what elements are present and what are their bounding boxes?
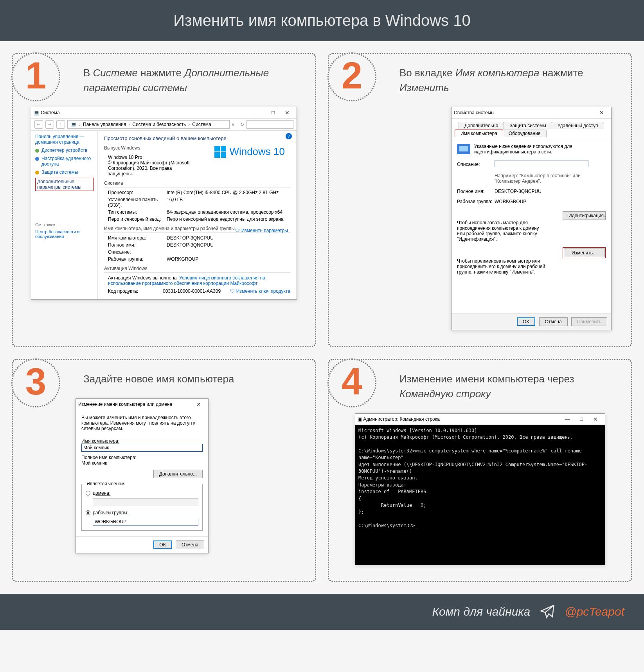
sidebar-item[interactable]: Диспетчер устройств (35, 148, 94, 153)
step-3-panel: 3 Задайте новое имя компьютера Изменение… (12, 359, 316, 582)
help-icon[interactable]: ? (286, 133, 292, 139)
section-heading: Просмотр основных сведений о вашем компь… (104, 135, 290, 141)
breadcrumb-bar: ← → ↑ 💻 › Панель управления› Система и б… (31, 119, 297, 131)
tab-computer-name[interactable]: Имя компьютера (455, 130, 503, 137)
description-hint: Например: "Компьютер в гостиной" или "Ко… (495, 173, 606, 184)
minimize-button[interactable]: — (560, 415, 574, 423)
close-button[interactable]: ✕ (588, 415, 603, 423)
step-4-panel: 4 Изменение имени компьютера через Коман… (328, 359, 632, 582)
cancel-button[interactable]: Отмена (176, 540, 204, 549)
change-button-highlight: Изменить... (563, 247, 606, 258)
window-icon: 💻 (34, 110, 40, 115)
telegram-icon (539, 603, 556, 620)
domain-input (93, 498, 198, 506)
section-heading: Система (104, 180, 290, 187)
see-also-label: См. также (35, 222, 94, 227)
dialog-title: Изменение имени компьютера или домена (78, 402, 172, 407)
step-number-badge: 2 (327, 52, 376, 101)
close-button[interactable]: ✕ (595, 108, 609, 117)
telegram-handle[interactable]: @pcTeapot (565, 605, 624, 618)
step-1-panel: 1 В Системе нажмите Дополни­тельные пара… (12, 53, 316, 347)
maximize-button[interactable]: □ (266, 108, 280, 117)
computer-icon (457, 144, 470, 154)
maximize-button[interactable]: □ (574, 415, 588, 423)
wizard-text: Чтобы использовать мастер для присоедине… (457, 220, 547, 242)
search-input[interactable] (246, 120, 293, 129)
tab-hardware[interactable]: Оборудование (503, 130, 547, 137)
rename-dialog: Изменение имени компьютера или домена ✕ … (76, 398, 209, 553)
computer-name-label: Имя компьютера: (81, 438, 203, 444)
minimize-button[interactable]: — (252, 108, 266, 117)
step-2-caption: Во вкладке Имя компьютера нажмите Измени… (399, 66, 619, 95)
intro-text: Вы можете изменить имя и принадлежность … (81, 415, 203, 431)
window-title: Администратор: Командная строка (363, 416, 440, 422)
command-prompt-window: ▣ Администратор: Командная строка — □ ✕ … (355, 413, 605, 565)
member-of-label: Является членом (85, 481, 126, 486)
workgroup-input[interactable]: WORKGROUP (93, 518, 198, 526)
security-center-link[interactable]: Центр безопасности и обслуживания (35, 229, 94, 239)
tab-remote[interactable]: Удаленный доступ (552, 122, 604, 129)
ok-button[interactable]: OK (517, 317, 535, 326)
full-name-label: Полное имя компьютера: (81, 455, 203, 460)
identification-button[interactable]: Идентификация... (563, 211, 606, 220)
step-3-caption: Задайте новое имя компьютера (83, 372, 303, 387)
cmd-icon: ▣ (358, 416, 362, 422)
sidebar-advanced-settings-link[interactable]: Дополнительные параметры системы (35, 178, 94, 191)
step-2-panel: 2 Во вкладке Имя компьютера нажмите Изме… (328, 53, 632, 347)
domain-radio[interactable]: домена: (86, 490, 198, 496)
computer-name-input[interactable]: Мой компик (81, 444, 203, 452)
page-title: Изменить имя компьютера в Windows 10 (0, 0, 644, 41)
change-settings-link[interactable]: 🛡 Изменить параметры (235, 228, 288, 233)
section-heading: Активация Windows (104, 266, 290, 273)
workgroup-radio[interactable]: рабочей группы: (86, 510, 198, 515)
nav-back-button[interactable]: ← (34, 120, 43, 129)
shield-icon: 🛡 (235, 228, 240, 233)
window-title: Система (41, 110, 59, 115)
description-label: Описание: (457, 162, 495, 167)
ok-button[interactable]: OK (153, 540, 172, 549)
dialog-title: Свойства системы (454, 110, 495, 115)
apply-button[interactable]: Применить (571, 317, 607, 326)
full-name-value: Мой компик (81, 460, 203, 466)
nav-up-button[interactable]: ↑ (56, 120, 65, 129)
sidebar-item[interactable]: Защита системы (35, 169, 94, 175)
cancel-button[interactable]: Отмена (539, 317, 568, 326)
system-properties-dialog: Свойства системы ✕ Дополнительно Защита … (451, 107, 612, 330)
info-text: Указанные ниже сведения используются для… (474, 144, 592, 155)
page-footer: Комп для чайника @pcTeapot (0, 594, 644, 630)
tab-protection[interactable]: Защита системы (504, 122, 552, 129)
sidebar-home-link[interactable]: Панель управления — домашняя страница (35, 134, 94, 145)
rename-text: Чтобы переименовать компьютер или присое… (457, 258, 547, 275)
terminal-output[interactable]: Microsoft Windows [Version 10.0.19041.63… (355, 425, 605, 565)
step-number-badge: 3 (11, 359, 60, 407)
breadcrumb[interactable]: 💻 › Панель управления› Система и безопас… (67, 120, 230, 129)
tab-advanced[interactable]: Дополнительно (459, 122, 504, 129)
brand-text: Комп для чайника (432, 605, 530, 618)
more-button[interactable]: Дополнительно... (153, 470, 203, 478)
workgroup-value: WORKGROUP (495, 199, 606, 204)
step-number-badge: 1 (11, 52, 60, 101)
close-button[interactable]: ✕ (192, 400, 206, 409)
tab-strip: Дополнительно Защита системы Удаленный д… (455, 122, 608, 138)
nav-fwd-button[interactable]: → (45, 120, 54, 129)
change-button[interactable]: Изменить... (564, 249, 604, 257)
step-4-caption: Изменение имени компьютера через Командн… (399, 372, 619, 401)
sidebar-item[interactable]: Настройка удаленного доступа (35, 156, 94, 167)
close-button[interactable]: ✕ (280, 108, 294, 117)
full-name-value: DESKTOP-3QNCPUU (495, 189, 606, 194)
workgroup-label: Рабочая группа: (457, 199, 495, 204)
full-name-label: Полное имя: (457, 189, 495, 194)
step-1-caption: В Системе нажмите Дополни­тельные параме… (83, 66, 303, 95)
description-input[interactable] (495, 160, 588, 167)
copyright-text: © Корпорация Майкрософт (Microsoft Corpo… (108, 160, 198, 177)
step-number-badge: 4 (327, 359, 376, 407)
windows-logo: Windows 10 (214, 146, 285, 158)
change-product-key-link[interactable]: 🛡 Изменить ключ продукта (230, 288, 290, 294)
system-window: 💻 Система — □ ✕ ← → ↑ 💻 › Панель уп (31, 107, 297, 300)
